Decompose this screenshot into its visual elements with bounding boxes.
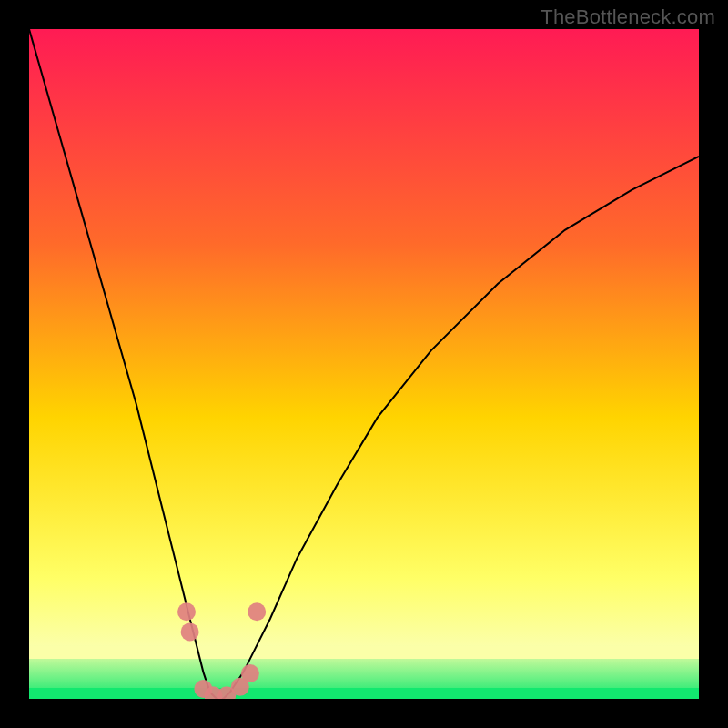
plot-area xyxy=(29,29,699,699)
band-stripe xyxy=(29,646,699,659)
chart-svg xyxy=(29,29,699,699)
bottom-stripe xyxy=(29,688,699,699)
data-marker xyxy=(241,664,259,682)
plot-background xyxy=(29,29,699,699)
chart-frame: TheBottleneck.com xyxy=(0,0,728,728)
watermark-text: TheBottleneck.com xyxy=(541,5,715,29)
data-marker xyxy=(248,602,266,621)
data-marker xyxy=(177,602,196,621)
data-marker xyxy=(181,622,199,641)
